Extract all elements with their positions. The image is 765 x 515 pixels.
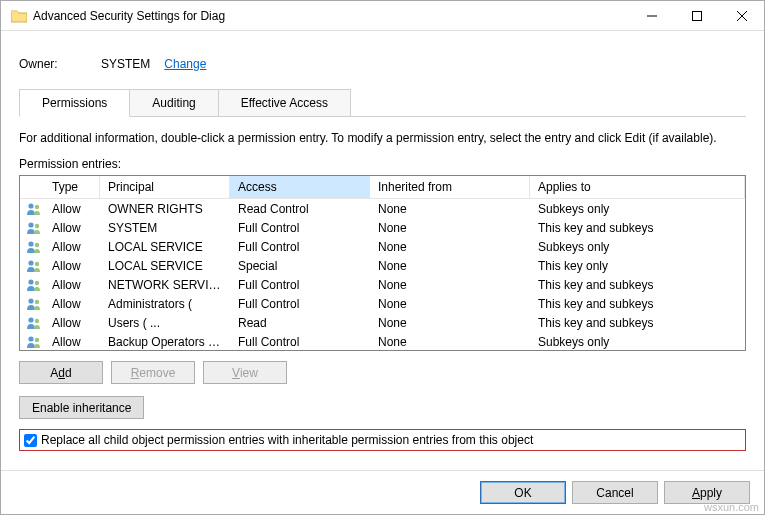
maximize-button[interactable] <box>674 1 719 31</box>
users-icon <box>20 277 44 293</box>
users-icon <box>20 201 44 217</box>
cell-principal: NETWORK SERVICE <box>100 277 230 293</box>
add-button[interactable]: Add <box>19 361 103 384</box>
svg-point-15 <box>35 299 39 303</box>
inheritance-row: Enable inheritance <box>19 396 746 419</box>
cell-applies: This key and subkeys <box>530 315 745 331</box>
users-icon <box>20 315 44 331</box>
enable-inheritance-button[interactable]: Enable inheritance <box>19 396 144 419</box>
header-principal[interactable]: Principal <box>100 176 230 198</box>
cell-applies: This key and subkeys <box>530 277 745 293</box>
cell-inherited: None <box>370 201 530 217</box>
info-text: For additional information, double-click… <box>19 131 746 145</box>
cell-type: Allow <box>44 220 100 236</box>
users-icon <box>20 334 44 350</box>
grid-header-row: Type Principal Access Inherited from App… <box>20 176 745 199</box>
cell-access: Full Control <box>230 334 370 350</box>
content-area: Owner: SYSTEM Change Permissions Auditin… <box>1 31 764 470</box>
tab-effective-access[interactable]: Effective Access <box>218 89 351 116</box>
svg-point-6 <box>28 222 33 227</box>
replace-children-label: Replace all child object permission entr… <box>41 433 533 447</box>
header-type[interactable]: Type <box>44 176 100 198</box>
cell-applies: Subkeys only <box>530 334 745 350</box>
table-row[interactable]: AllowAdministrators (Full ControlNoneThi… <box>20 294 745 313</box>
tab-auditing[interactable]: Auditing <box>129 89 218 116</box>
cell-type: Allow <box>44 277 100 293</box>
cell-type: Allow <box>44 239 100 255</box>
dialog-footer: OK Cancel Apply <box>1 470 764 514</box>
svg-point-17 <box>35 318 39 322</box>
svg-point-8 <box>28 241 33 246</box>
watermark: wsxun.com <box>704 501 759 513</box>
users-icon <box>20 296 44 312</box>
cell-applies: Subkeys only <box>530 201 745 217</box>
cell-principal: Backup Operators (... <box>100 334 230 350</box>
replace-children-checkbox-row[interactable]: Replace all child object permission entr… <box>19 429 746 451</box>
header-icon[interactable] <box>20 176 44 198</box>
header-access[interactable]: Access <box>230 176 370 198</box>
ok-button[interactable]: OK <box>480 481 566 504</box>
cell-access: Special <box>230 258 370 274</box>
permissions-grid: Type Principal Access Inherited from App… <box>19 175 746 351</box>
close-button[interactable] <box>719 1 764 31</box>
svg-point-16 <box>28 317 33 322</box>
cell-type: Allow <box>44 201 100 217</box>
cell-applies: Subkeys only <box>530 239 745 255</box>
titlebar[interactable]: Advanced Security Settings for Diag <box>1 1 764 31</box>
minimize-button[interactable] <box>629 1 674 31</box>
cell-inherited: None <box>370 239 530 255</box>
cancel-button[interactable]: Cancel <box>572 481 658 504</box>
cell-applies: This key only <box>530 258 745 274</box>
table-row[interactable]: AllowUsers ( ...ReadNoneThis key and sub… <box>20 313 745 332</box>
cell-access: Full Control <box>230 277 370 293</box>
svg-point-10 <box>28 260 33 265</box>
svg-point-19 <box>35 337 39 341</box>
cell-inherited: None <box>370 334 530 350</box>
cell-type: Allow <box>44 258 100 274</box>
cell-principal: OWNER RIGHTS <box>100 201 230 217</box>
table-row[interactable]: AllowLOCAL SERVICEFull ControlNoneSubkey… <box>20 237 745 256</box>
users-icon <box>20 220 44 236</box>
entry-buttons: Add Remove View <box>19 361 746 384</box>
replace-children-checkbox[interactable] <box>24 434 37 447</box>
cell-principal: LOCAL SERVICE <box>100 258 230 274</box>
owner-label: Owner: <box>19 57 101 71</box>
table-row[interactable]: AllowOWNER RIGHTSRead ControlNoneSubkeys… <box>20 199 745 218</box>
table-row[interactable]: AllowNETWORK SERVICEFull ControlNoneThis… <box>20 275 745 294</box>
svg-point-11 <box>35 261 39 265</box>
window-title: Advanced Security Settings for Diag <box>33 9 629 23</box>
folder-icon <box>11 9 27 23</box>
cell-inherited: None <box>370 315 530 331</box>
header-inherited-from[interactable]: Inherited from <box>370 176 530 198</box>
cell-type: Allow <box>44 334 100 350</box>
cell-inherited: None <box>370 220 530 236</box>
cell-type: Allow <box>44 315 100 331</box>
svg-point-12 <box>28 279 33 284</box>
remove-button: Remove <box>111 361 195 384</box>
entries-label: Permission entries: <box>19 157 746 171</box>
cell-access: Full Control <box>230 220 370 236</box>
tab-permissions[interactable]: Permissions <box>19 89 130 117</box>
tabs: Permissions Auditing Effective Access <box>19 89 746 117</box>
cell-inherited: None <box>370 258 530 274</box>
change-owner-link[interactable]: Change <box>164 57 206 71</box>
cell-access: Read <box>230 315 370 331</box>
users-icon <box>20 239 44 255</box>
cell-applies: This key and subkeys <box>530 220 745 236</box>
cell-type: Allow <box>44 296 100 312</box>
svg-point-14 <box>28 298 33 303</box>
security-settings-window: Advanced Security Settings for Diag Owne… <box>0 0 765 515</box>
cell-applies: This key and subkeys <box>530 296 745 312</box>
cell-principal: Users ( ... <box>100 315 230 331</box>
header-applies-to[interactable]: Applies to <box>530 176 745 198</box>
owner-value: SYSTEM <box>101 57 150 71</box>
cell-inherited: None <box>370 296 530 312</box>
table-row[interactable]: AllowSYSTEMFull ControlNoneThis key and … <box>20 218 745 237</box>
grid-body[interactable]: AllowOWNER RIGHTSRead ControlNoneSubkeys… <box>20 199 745 350</box>
cell-access: Read Control <box>230 201 370 217</box>
cell-inherited: None <box>370 277 530 293</box>
svg-point-7 <box>35 223 39 227</box>
svg-point-5 <box>35 204 39 208</box>
table-row[interactable]: AllowBackup Operators (...Full ControlNo… <box>20 332 745 350</box>
table-row[interactable]: AllowLOCAL SERVICESpecialNoneThis key on… <box>20 256 745 275</box>
